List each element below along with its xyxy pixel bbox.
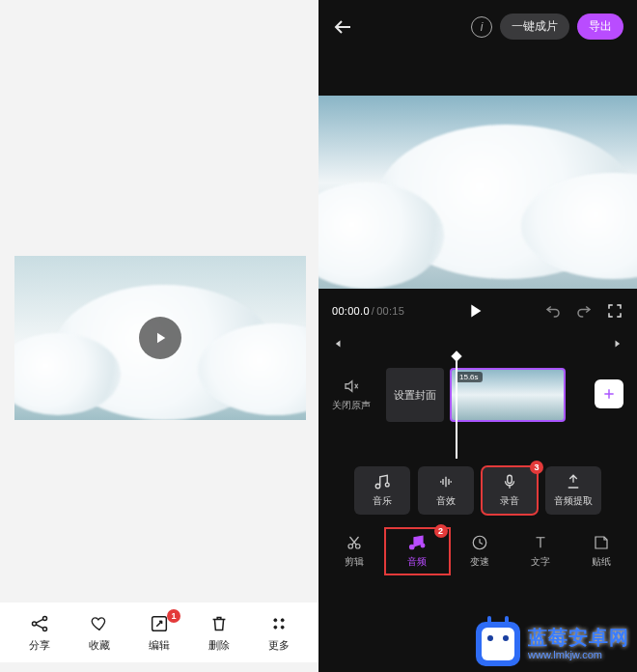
tab-text-label: 文字 — [531, 555, 550, 569]
info-button[interactable]: i — [471, 16, 492, 38]
favorite-button[interactable]: 收藏 — [74, 613, 125, 653]
to-end-icon[interactable] — [612, 337, 625, 353]
tab-audio-label: 音频 — [407, 555, 427, 569]
mute-original-button[interactable]: 关闭原声 — [322, 378, 380, 412]
video-thumbnail[interactable] — [14, 256, 306, 420]
dual-screenshot-container: 分享 收藏 1 编辑 删除 — [0, 0, 637, 672]
one-click-button[interactable]: 一键成片 — [500, 14, 569, 40]
record-button[interactable]: 3 录音 — [482, 466, 538, 515]
step-badge-2: 2 — [434, 524, 448, 538]
mute-label: 关闭原声 — [332, 399, 371, 412]
back-icon[interactable] — [332, 15, 355, 39]
video-clip[interactable]: 15.6s — [450, 368, 566, 422]
play-bar: 00:00.0 / 00:15 — [318, 289, 637, 333]
play-button[interactable] — [139, 317, 181, 359]
timeline-row: 关闭原声 设置封面 15.6s — [318, 368, 637, 422]
tab-text[interactable]: 文字 — [510, 528, 570, 574]
undo-icon[interactable] — [544, 302, 562, 320]
step-badge-1: 1 — [167, 609, 180, 623]
music-label: 音乐 — [373, 494, 392, 508]
fullscreen-icon[interactable] — [606, 302, 623, 320]
soundfx-label: 音效 — [436, 494, 456, 508]
edit-button[interactable]: 1 编辑 — [134, 613, 184, 653]
tab-sticker[interactable]: 贴纸 — [570, 528, 631, 574]
site-watermark: 蓝莓安卓网 www.lmkjw.com — [476, 622, 629, 666]
watermark-logo — [476, 622, 520, 666]
export-button[interactable]: 导出 — [577, 14, 623, 40]
delete-button[interactable]: 删除 — [194, 613, 244, 653]
timeline[interactable]: 关闭原声 设置封面 15.6s — [318, 333, 637, 459]
svg-point-0 — [32, 621, 36, 625]
set-cover-button[interactable]: 设置封面 — [386, 368, 444, 422]
share-button[interactable]: 分享 — [14, 613, 65, 653]
tab-audio[interactable]: 2 音频 — [385, 528, 450, 574]
playhead[interactable] — [456, 356, 457, 459]
current-time: 00:00.0 — [332, 305, 370, 317]
more-label: 更多 — [268, 638, 290, 653]
redo-icon[interactable] — [575, 302, 593, 320]
more-button[interactable]: 更多 — [254, 613, 304, 653]
favorite-label: 收藏 — [89, 638, 110, 653]
timecode: 00:00.0 / 00:15 — [332, 305, 404, 317]
svg-point-9 — [281, 626, 284, 629]
tab-speed-label: 变速 — [470, 555, 489, 569]
tab-speed[interactable]: 变速 — [450, 528, 511, 574]
audio-actions-row: 音乐 音效 3 录音 音频提取 — [318, 459, 637, 522]
total-time: 00:15 — [376, 305, 404, 317]
share-label: 分享 — [29, 638, 50, 653]
watermark-title: 蓝莓安卓网 — [528, 627, 629, 649]
svg-point-7 — [281, 618, 284, 621]
preview-area[interactable] — [318, 96, 637, 289]
svg-point-2 — [42, 627, 46, 630]
delete-label: 删除 — [208, 638, 230, 653]
tab-sticker-label: 贴纸 — [592, 555, 611, 569]
svg-point-8 — [274, 626, 277, 629]
editor-header: i 一键成片 导出 — [318, 0, 637, 53]
audio-extract-label: 音频提取 — [554, 494, 593, 508]
svg-point-6 — [274, 618, 277, 621]
to-start-icon[interactable] — [330, 337, 344, 353]
svg-point-14 — [421, 544, 425, 547]
watermark-url: www.lmkjw.com — [528, 649, 602, 661]
svg-rect-11 — [508, 475, 512, 483]
record-label: 录音 — [500, 494, 519, 508]
tab-cut-label: 剪辑 — [345, 555, 364, 569]
soundfx-button[interactable]: 音效 — [418, 466, 474, 515]
svg-line-3 — [36, 619, 42, 623]
editor-bottom-tabs: 剪辑 2 音频 变速 文字 贴纸 — [318, 522, 637, 580]
audio-extract-button[interactable]: 音频提取 — [545, 466, 601, 515]
tab-cut[interactable]: 剪辑 — [324, 528, 385, 574]
svg-point-10 — [385, 483, 389, 487]
edit-label: 编辑 — [149, 638, 170, 653]
gallery-viewer-screen: 分享 收藏 1 编辑 删除 — [0, 0, 318, 672]
add-clip-button[interactable] — [595, 379, 623, 408]
svg-line-4 — [36, 624, 42, 628]
play-icon[interactable] — [464, 300, 485, 322]
step-badge-3: 3 — [530, 461, 543, 474]
gallery-bottom-toolbar: 分享 收藏 1 编辑 删除 — [0, 602, 318, 662]
svg-point-1 — [42, 616, 46, 620]
video-editor-screen: i 一键成片 导出 00:00.0 / 00:15 — [318, 0, 637, 672]
time-sep: / — [372, 305, 374, 317]
clip-duration: 15.6s — [456, 372, 483, 382]
music-button[interactable]: 音乐 — [354, 466, 410, 515]
